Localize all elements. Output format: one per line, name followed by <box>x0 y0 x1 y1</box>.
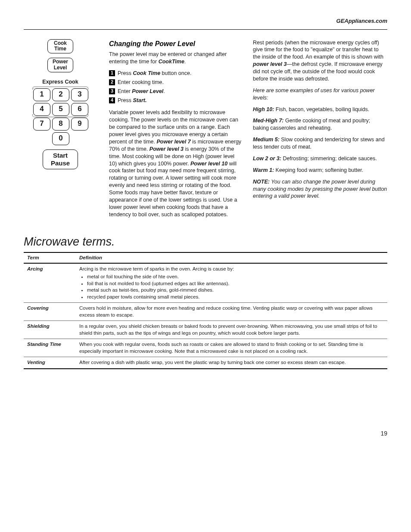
rest-periods-paragraph: Rest periods (when the microwave energy … <box>253 39 387 83</box>
power-level-button: Power Level <box>47 58 73 72</box>
control-panel-illustration: Cook Time Power Level Express Cook 1 2 3… <box>24 39 97 223</box>
col-header-term: Term <box>24 252 76 264</box>
step-number-icon: 2 <box>109 79 115 85</box>
key-8: 8 <box>52 118 69 131</box>
step-4: 4Press Start. <box>109 97 243 104</box>
right-column: Rest periods (when the microwave energy … <box>253 39 387 223</box>
step-2: 2Enter cooking time. <box>109 79 243 86</box>
cook-time-button: Cook Time <box>47 39 73 54</box>
key-2: 2 <box>52 88 69 101</box>
header-url: GEAppliances.com <box>24 17 387 30</box>
level-medhigh7: Med-High 7: Gentle cooking of meat and p… <box>253 117 387 132</box>
table-row: Standing Time When you cook with regular… <box>24 339 387 357</box>
key-7: 7 <box>33 118 50 131</box>
intro-paragraph: The power level may be entered or change… <box>109 51 243 65</box>
step-number-icon: 4 <box>109 97 115 103</box>
terms-table: Term Definition Arcing Arcing is the mic… <box>24 252 387 369</box>
table-row: Venting After covering a dish with plast… <box>24 357 387 369</box>
table-row: Shielding In a regular oven, you shield … <box>24 321 387 339</box>
step-1: 1Press Cook Time button once. <box>109 70 243 77</box>
section-title: Changing the Power Level <box>109 39 243 49</box>
start-pause-button: Start Pause <box>43 149 78 169</box>
level-low23: Low 2 or 3: Defrosting; simmering; delic… <box>253 155 387 162</box>
top-section: Cook Time Power Level Express Cook 1 2 3… <box>24 39 387 223</box>
col-header-definition: Definition <box>76 252 387 264</box>
step-number-icon: 1 <box>109 70 115 76</box>
note-paragraph: NOTE: You can also change the power leve… <box>253 178 387 200</box>
level-medium5: Medium 5: Slow cooking and tenderizing f… <box>253 136 387 151</box>
key-9: 9 <box>71 118 88 131</box>
step-number-icon: 3 <box>109 88 115 94</box>
table-row: Arcing Arcing is the microwave term of s… <box>24 263 387 302</box>
express-cook-label: Express Cook <box>24 78 97 86</box>
level-warm1: Warm 1: Keeping food warm; softening but… <box>253 167 387 174</box>
numeric-keypad: 1 2 3 4 5 6 7 8 9 0 <box>33 88 87 145</box>
microwave-terms-heading: Microwave terms. <box>24 234 387 249</box>
step-3: 3Enter Power Level. <box>109 88 243 95</box>
page-number: 19 <box>24 429 387 438</box>
level-high10: High 10: Fish, bacon, vegetables, boilin… <box>253 106 387 113</box>
power-level-paragraph: Variable power levels add flexibility to… <box>109 109 243 218</box>
instruction-columns: Changing the Power Level The power level… <box>109 39 387 223</box>
left-column: Changing the Power Level The power level… <box>109 39 243 223</box>
table-row: Covering Covers hold in moisture, allow … <box>24 303 387 321</box>
key-3: 3 <box>71 88 88 101</box>
examples-lead: Here are some examples of uses for vario… <box>253 87 387 102</box>
key-1: 1 <box>33 88 50 101</box>
key-0: 0 <box>52 132 69 145</box>
